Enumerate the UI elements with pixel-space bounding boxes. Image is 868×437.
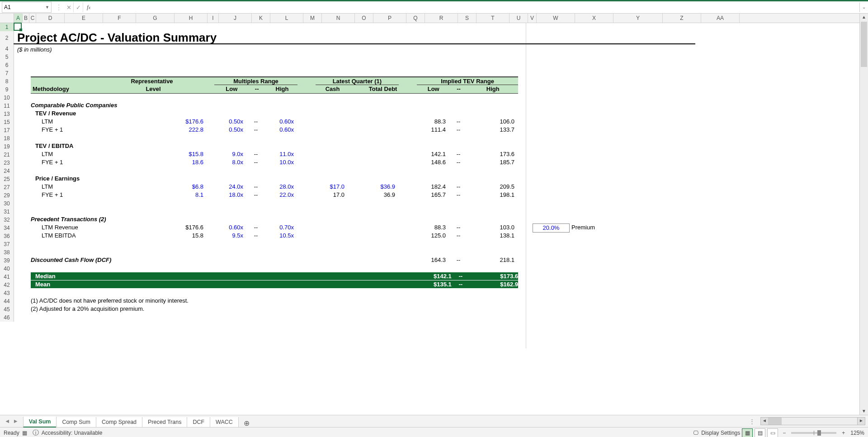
formula-input[interactable]	[94, 2, 859, 12]
col-header-M[interactable]: M	[303, 14, 322, 23]
premium-input[interactable]: 20.0%	[533, 223, 570, 233]
col-header-N[interactable]: N	[322, 14, 355, 23]
col-header-T[interactable]: T	[476, 14, 509, 23]
row-header-4[interactable]: 4	[0, 45, 14, 53]
row-header-41[interactable]: 41	[0, 273, 14, 281]
sheet-tab-val-sum[interactable]: Val Sum	[23, 417, 57, 428]
row-header-1[interactable]: 1	[0, 23, 14, 31]
row-header-10[interactable]: 10	[0, 94, 14, 102]
row-header-9[interactable]: 9	[0, 86, 14, 94]
row-header-39[interactable]: 39	[0, 256, 14, 265]
row-header-19[interactable]: 19	[0, 142, 14, 151]
sheet-tab-comp-sum[interactable]: Comp Sum	[56, 417, 96, 428]
row-header-5[interactable]: 5	[0, 53, 14, 61]
row-header-30[interactable]: 30	[0, 200, 14, 208]
scrollbar-thumb[interactable]	[861, 22, 867, 67]
row-header-43[interactable]: 43	[0, 289, 14, 297]
accessibility-icon[interactable]: ⓘ	[33, 429, 39, 437]
scroll-up-icon[interactable]: ▲	[860, 14, 868, 21]
row-header-44[interactable]: 44	[0, 297, 14, 305]
col-header-Y[interactable]: Y	[613, 14, 663, 23]
sheet-tab-preced-trans[interactable]: Preced Trans	[142, 417, 187, 428]
col-header-E[interactable]: E	[65, 14, 103, 23]
zoom-in-icon[interactable]: +	[842, 430, 845, 436]
col-header-I[interactable]: I	[208, 14, 219, 23]
select-all-corner[interactable]	[0, 14, 14, 23]
row-header-13[interactable]: 13	[0, 110, 14, 118]
row-header-7[interactable]: 7	[0, 69, 14, 77]
col-header-X[interactable]: X	[575, 14, 613, 23]
scroll-down-icon[interactable]: ▼	[860, 408, 868, 415]
display-settings-icon[interactable]: 🖵	[693, 430, 698, 436]
col-header-B[interactable]: B	[23, 14, 29, 23]
col-header-Q[interactable]: Q	[406, 14, 425, 23]
sheet-tab-dcf[interactable]: DCF	[187, 417, 210, 428]
page-layout-view-icon[interactable]: ▤	[755, 428, 765, 437]
page-break-view-icon[interactable]: ▭	[767, 428, 778, 437]
row-header-21[interactable]: 21	[0, 151, 14, 159]
macro-record-icon[interactable]: ▦	[22, 430, 27, 436]
row-header-8[interactable]: 8	[0, 77, 14, 86]
normal-view-icon[interactable]: ▦	[742, 428, 753, 437]
col-header-C[interactable]: C	[29, 14, 36, 23]
status-display-settings[interactable]: Display Settings	[701, 430, 740, 436]
add-sheet-button[interactable]: ⊕	[238, 419, 255, 428]
col-header-S[interactable]: S	[458, 14, 476, 23]
row-header-17[interactable]: 17	[0, 126, 14, 134]
name-box[interactable]: A1 ▼	[2, 2, 52, 13]
row-header-6[interactable]: 6	[0, 61, 14, 69]
vertical-scrollbar[interactable]: ▲ ▼	[859, 14, 868, 415]
row-header-38[interactable]: 38	[0, 248, 14, 256]
col-header-H[interactable]: H	[175, 14, 208, 23]
col-header-G[interactable]: G	[136, 14, 175, 23]
row-header-11[interactable]: 11	[0, 102, 14, 110]
row-header-23[interactable]: 23	[0, 159, 14, 167]
col-header-D[interactable]: D	[36, 14, 65, 23]
row-header-34[interactable]: 34	[0, 224, 14, 232]
col-header-A[interactable]: A	[14, 14, 23, 23]
row-header-36[interactable]: 36	[0, 232, 14, 240]
col-header-P[interactable]: P	[373, 14, 406, 23]
col-header-F[interactable]: F	[103, 14, 136, 23]
col-header-U[interactable]: U	[509, 14, 528, 23]
row-header-27[interactable]: 27	[0, 183, 14, 191]
expand-formula-bar-icon[interactable]: ⌄	[859, 2, 868, 12]
col-header-AA[interactable]: AA	[701, 14, 740, 23]
col-header-R[interactable]: R	[425, 14, 458, 23]
scroll-right-icon[interactable]: ►	[857, 418, 865, 425]
row-header-40[interactable]: 40	[0, 265, 14, 273]
accept-formula-icon[interactable]: ✓	[74, 2, 83, 12]
col-header-O[interactable]: O	[355, 14, 373, 23]
chevron-down-icon[interactable]: ▼	[45, 5, 49, 10]
row-header-18[interactable]: 18	[0, 134, 14, 142]
row-header-15[interactable]: 15	[0, 118, 14, 126]
row-header-45[interactable]: 45	[0, 305, 14, 314]
row-header-46[interactable]: 46	[0, 314, 14, 322]
sheet-tab-comp-spread[interactable]: Comp Spread	[96, 417, 142, 428]
row-header-2[interactable]: 2	[0, 31, 14, 45]
col-header-W[interactable]: W	[537, 14, 575, 23]
row-header-25[interactable]: 25	[0, 175, 14, 183]
tab-nav-next-icon[interactable]: ►	[12, 418, 19, 424]
col-header-J[interactable]: J	[219, 14, 252, 23]
tab-nav-prev-icon[interactable]: ◄	[4, 418, 11, 424]
row-header-29[interactable]: 29	[0, 191, 14, 200]
col-header-Z[interactable]: Z	[663, 14, 701, 23]
zoom-level[interactable]: 125%	[850, 430, 864, 436]
zoom-slider[interactable]	[791, 432, 836, 434]
row-header-31[interactable]: 31	[0, 208, 14, 216]
col-header-L[interactable]: L	[270, 14, 303, 23]
col-header-V[interactable]: V	[528, 14, 537, 23]
scroll-left-icon[interactable]: ◄	[761, 418, 769, 425]
sheet-tab-wacc[interactable]: WACC	[210, 417, 239, 428]
fx-icon[interactable]: fx	[83, 4, 94, 11]
tab-overflow-icon[interactable]: ⋮	[746, 418, 759, 425]
row-header-24[interactable]: 24	[0, 167, 14, 175]
row-header-37[interactable]: 37	[0, 240, 14, 248]
cancel-formula-icon[interactable]: ✕	[64, 2, 74, 12]
hscrollbar-thumb[interactable]	[768, 418, 782, 425]
zoom-out-icon[interactable]: −	[783, 430, 786, 436]
row-header-42[interactable]: 42	[0, 281, 14, 289]
col-header-K[interactable]: K	[252, 14, 270, 23]
horizontal-scrollbar[interactable]: ◄ ►	[760, 417, 865, 425]
